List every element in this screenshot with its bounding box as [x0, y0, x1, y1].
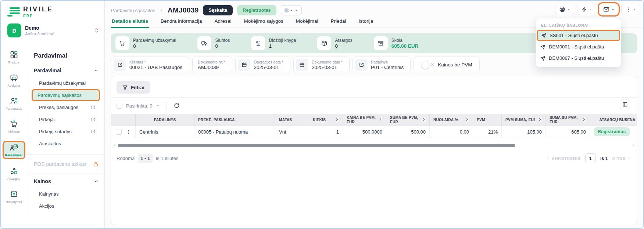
- toggle-off-switch[interactable]: [421, 61, 434, 69]
- lines-panel: Filtrai Pasirinkta: 0 PADALINYS PREKĖ, P…: [111, 76, 637, 225]
- summary-card-atsargos[interactable]: Atsargos 0: [317, 36, 352, 50]
- tab-mokejimo-salygos[interactable]: Mokėjimo sąlygos: [243, 17, 284, 28]
- automation-button[interactable]: [577, 4, 596, 15]
- sum-icon[interactable]: Σ: [583, 117, 586, 123]
- header-preke-paslauga[interactable]: PREKĖ, PASLAUGA: [194, 114, 275, 126]
- header-suma-su-pvm[interactable]: SUMA SU PVM, EURΣ: [546, 114, 590, 126]
- chevron-down-icon[interactable]: [156, 104, 160, 108]
- klientas-field[interactable]: Klientas * 00021 - UAB Paslaugos: [111, 57, 189, 73]
- summary-card-didzioji-knyga[interactable]: Didžioji knyga 1: [251, 36, 296, 50]
- filters-button[interactable]: Filtrai: [117, 81, 150, 94]
- account-switcher[interactable]: D Demo Aušra Juodienė: [7, 23, 99, 37]
- sum-icon[interactable]: Σ: [539, 117, 542, 123]
- scroll-right-icon[interactable]: [632, 143, 635, 147]
- switch-account-icon[interactable]: [94, 28, 99, 33]
- submenu-item-pardavimu-saskaitos[interactable]: Pardavimų sąskaitos: [32, 89, 100, 101]
- tab-bendra-informacija[interactable]: Bendra informacija: [160, 17, 203, 28]
- horizontal-scrollbar[interactable]: [113, 143, 635, 148]
- envelope-icon: [603, 6, 609, 12]
- header-atsargu-busena[interactable]: ATSARGŲ BŪSENA: [590, 114, 637, 126]
- header-nuolaida[interactable]: NUOLAIDA %Σ: [430, 114, 473, 126]
- document-fields: Klientas * 00021 - UAB Paslaugos Dokumen…: [111, 57, 480, 73]
- summary-card-skola[interactable]: Skola 605.00 EUR: [374, 36, 419, 50]
- submenu-item-pirkeju-sutartys[interactable]: Pirkėjų sutartys: [33, 126, 99, 138]
- dokumento-nr-field[interactable]: Dokumento nr. * AMJ0039: [192, 57, 232, 73]
- rail-item-pardavimai[interactable]: Pardavimai: [3, 141, 25, 159]
- submenu-item-pirkejai[interactable]: Pirkėjai: [33, 113, 99, 126]
- select-all-checkbox[interactable]: [117, 103, 122, 109]
- columns-icon: [622, 102, 628, 107]
- summary-card-uzsakymai[interactable]: Pardavimų užsakymai 0: [115, 36, 176, 50]
- brand-logo[interactable]: RIVILE ERP: [7, 6, 53, 18]
- sum-icon[interactable]: Σ: [336, 117, 339, 123]
- submenu-item-prekes-paslaugos[interactable]: Prekės, paslaugos: [33, 101, 99, 113]
- pagination: Rodoma 1 - 1 iš 1 eilutės ANKSTESNIS 1 i…: [117, 153, 631, 163]
- submenu-item-kainynas[interactable]: Kainynas: [33, 188, 99, 200]
- submenu-item-akcijos[interactable]: Akcijos: [33, 200, 99, 212]
- rail-item-apskaita[interactable]: Apskaita: [3, 72, 25, 89]
- header-matas[interactable]: MATAS: [275, 114, 309, 126]
- submenu-panel: Pardavimai Pardavimai Pardavimų užsakyma…: [27, 44, 104, 228]
- email-template-ss001[interactable]: SS001 - Siųsti el.paštu: [537, 30, 620, 41]
- scroll-left-icon[interactable]: [113, 143, 117, 147]
- breadcrumb[interactable]: Pardavimų sąskaitos: [111, 8, 155, 13]
- external-link-icon: [355, 59, 368, 71]
- next-page-button[interactable]: KITAS: [612, 156, 631, 161]
- email-template-dem0067[interactable]: DEM0067 - Siųsti el.paštu: [536, 52, 621, 64]
- selection-toolbar: Pasirinkta: 0: [117, 101, 180, 111]
- document-type-badge: Sąskaita: [203, 5, 233, 15]
- table-row[interactable]: Centrinis 00005 - Patalpų nuoma Vnt 1 50…: [111, 126, 637, 138]
- sum-icon[interactable]: Σ: [466, 117, 469, 123]
- more-options-button[interactable]: [621, 4, 640, 15]
- rail-item-pirkimai[interactable]: Pirkimai: [3, 118, 25, 135]
- rail-item-personalas[interactable]: Personalas: [3, 95, 25, 112]
- cell-suma-su-pvm: 605.00: [546, 126, 590, 138]
- status-mini-dropdown[interactable]: -: [281, 5, 302, 15]
- row-checkbox[interactable]: [116, 129, 122, 135]
- previous-page-button[interactable]: ANKSTESNIS: [547, 156, 581, 161]
- tab-mokejimai[interactable]: Mokėjimai: [295, 17, 319, 28]
- sum-icon[interactable]: Σ: [379, 117, 382, 123]
- current-page[interactable]: 1: [585, 153, 596, 163]
- tab-adresai[interactable]: Adresai: [214, 17, 232, 28]
- submenu-item-ataskaitos[interactable]: Ataskaitos: [33, 138, 99, 150]
- row-status-badge: Registruotas: [594, 127, 630, 136]
- tab-detalios-eilutes[interactable]: Detalios eilutės: [111, 17, 149, 28]
- header-suma-be-pvm[interactable]: SUMA BE PVM, EURΣ: [386, 114, 430, 126]
- rail-item-pradzia[interactable]: Pradžia: [3, 48, 25, 66]
- header-pvm[interactable]: PVM: [473, 114, 502, 126]
- padalinys-field[interactable]: Padalinys P01 - Centrinis: [353, 57, 411, 73]
- print-button[interactable]: [555, 4, 574, 15]
- submenu-item-pardavimu-uzsakymai[interactable]: Pardavimų užsakymai: [33, 77, 99, 89]
- kebab-menu-icon[interactable]: [126, 130, 131, 134]
- header-pvm-suma[interactable]: PVM SUMA, EUIΣ: [502, 114, 546, 126]
- header-kiekis[interactable]: KIEKISΣ: [309, 114, 343, 126]
- dokumento-data-field[interactable]: Dokumento data * 2025-03-01: [293, 57, 350, 73]
- cell-matas: Vnt: [275, 126, 309, 138]
- brand-suffix: ERP: [23, 14, 53, 18]
- chevron-up-icon: [94, 179, 99, 183]
- submenu-item-pos-locked[interactable]: POS pardavimo taškas: [33, 159, 99, 169]
- cell-preke: 00005 - Patalpų nuoma: [194, 126, 275, 138]
- cell-padalinys: Centrinis: [136, 126, 194, 138]
- brand-name: RIVILE: [23, 6, 53, 12]
- header-padalinys[interactable]: PADALINYS: [136, 114, 194, 126]
- tab-priedai[interactable]: Priedai: [330, 17, 347, 28]
- summary-card-siuntos[interactable]: Siuntos 0: [197, 36, 230, 50]
- tab-istorija[interactable]: Istorija: [358, 17, 374, 28]
- submenu-group-pardavimai[interactable]: Pardavimai: [34, 68, 99, 73]
- scrollbar-thumb[interactable]: [118, 144, 515, 147]
- sum-icon[interactable]: Σ: [423, 117, 426, 123]
- home-grid-icon: [10, 50, 18, 59]
- column-settings-button[interactable]: [620, 99, 630, 109]
- cell-suma-be-pvm: 500.00: [386, 126, 430, 138]
- rail-item-atsargos[interactable]: Atsargos: [3, 165, 25, 182]
- submenu-group-kainos[interactable]: Kainos: [34, 178, 99, 184]
- email-button[interactable]: [599, 4, 618, 15]
- operacijos-data-field[interactable]: Operacijos data * 2025-03-01: [235, 57, 290, 73]
- email-template-dem0001[interactable]: DEM0001 - Siųsti el.paštu: [536, 41, 621, 52]
- refresh-icon[interactable]: [173, 103, 180, 109]
- calendar-icon: [238, 59, 250, 71]
- header-kaina-be-pvm[interactable]: KAINA BE PVM, EURΣ: [343, 114, 386, 126]
- rail-item-nustatymai[interactable]: Nustatymai: [3, 188, 25, 206]
